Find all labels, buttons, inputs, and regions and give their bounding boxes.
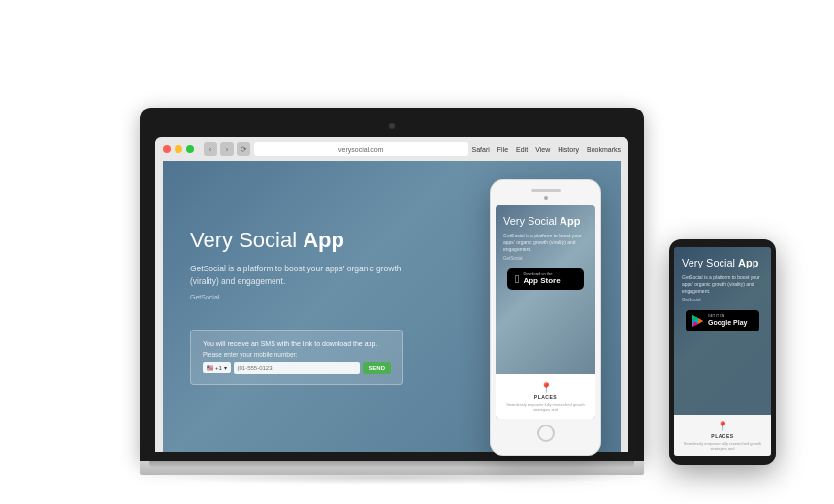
menu-view[interactable]: View (535, 146, 550, 153)
browser-menu: Safari File Edit View History Bookmarks (472, 146, 621, 153)
front-camera (544, 196, 548, 200)
phone-white-screen-content: Very Social App GetSocial is a platform … (496, 205, 595, 374)
menu-edit[interactable]: Edit (516, 146, 528, 153)
location-icon-dark: 📍 (717, 421, 728, 431)
url-bar[interactable]: verysocial.com (254, 142, 468, 156)
flag-icon: 🇺🇸 (207, 364, 213, 371)
places-desc-white: Seamlessly empower fully researched grow… (503, 402, 588, 413)
phone-white-brand: GetSocial (503, 256, 588, 261)
home-button[interactable] (537, 425, 555, 442)
laptop-hinge (149, 461, 634, 467)
phone-white-title: Very Social App (503, 215, 588, 228)
country-code: +1 ▾ (215, 364, 227, 371)
places-label-dark: PLACES (711, 433, 733, 439)
app-store-button[interactable]:  Download on the App Store (507, 268, 584, 290)
phone-white-bottom: 📍 PLACES Seamlessly empower fully resear… (496, 374, 595, 419)
send-button[interactable]: SEND (363, 362, 391, 374)
browser-nav: ‹ › ⟳ (204, 142, 250, 156)
phone-input-field[interactable]: (01-555-0123 (234, 362, 361, 374)
app-store-text: Download on the App Store (523, 272, 560, 286)
laptop-camera (389, 123, 395, 129)
maximize-btn[interactable] (186, 145, 194, 153)
sms-box: You will receive an SMS with the link to… (190, 330, 403, 385)
location-icon: 📍 (540, 382, 552, 393)
phone-white: Very Social App GetSocial is a platform … (490, 179, 601, 456)
phone-dark-desc: GetSocial is a platform to boost your ap… (682, 274, 763, 295)
sms-input-row: 🇺🇸 +1 ▾ (01-555-0123 SEND (203, 362, 391, 374)
menu-safari[interactable]: Safari (472, 146, 490, 153)
phone-white-body: Very Social App GetSocial is a platform … (490, 179, 601, 456)
places-desc-dark: Seamlessly empower fully researched grow… (680, 441, 765, 452)
refresh-btn[interactable]: ⟳ (237, 142, 250, 156)
phone-white-screen: Very Social App GetSocial is a platform … (496, 205, 595, 419)
phone-white-title-bold: App (560, 215, 580, 227)
url-text: verysocial.com (338, 146, 383, 153)
menu-file[interactable]: File (497, 146, 508, 153)
menu-history[interactable]: History (558, 146, 579, 153)
site-title-normal: Very Social (190, 228, 297, 252)
phone-white-title-normal: Very Social (503, 215, 557, 227)
scene: ‹ › ⟳ verysocial.com Safari File Edit Vi… (0, 0, 834, 504)
phone-white-desc: GetSocial is a platform to boost your ap… (503, 233, 588, 253)
traffic-lights (163, 145, 194, 153)
apple-icon:  (515, 273, 519, 285)
places-label-white: PLACES (534, 394, 557, 400)
sms-label: Please enter your mobile number: (203, 351, 391, 358)
laptop-base (140, 461, 644, 475)
minimize-btn[interactable] (175, 145, 182, 153)
forward-btn[interactable]: › (220, 142, 234, 156)
sms-title: You will receive an SMS with the link to… (203, 340, 391, 347)
svg-marker-3 (698, 318, 703, 324)
close-btn[interactable] (163, 145, 171, 153)
country-selector[interactable]: 🇺🇸 +1 ▾ (203, 362, 231, 373)
phone-dark-screen-content: Very Social App GetSocial is a platform … (674, 247, 771, 415)
phone-dark-title-bold: App (738, 257, 758, 268)
phone-dark-brand: GetSocial (682, 298, 763, 302)
phone-dark-bottom: 📍 PLACES Seamlessly empower fully resear… (674, 415, 771, 456)
phone-dark: Very Social App GetSocial is a platform … (669, 239, 776, 465)
google-play-button[interactable]: GET IT ON Google Play (686, 310, 759, 331)
menu-bookmarks[interactable]: Bookmarks (587, 146, 621, 153)
phone-dark-screen: Very Social App GetSocial is a platform … (674, 247, 771, 456)
google-play-icon (691, 314, 705, 328)
phone-dark-body: Very Social App GetSocial is a platform … (669, 239, 776, 465)
site-title-bold: App (303, 228, 344, 252)
phone-speaker (531, 189, 561, 192)
app-store-name: App Store (523, 276, 560, 286)
site-desc: GetSocial is a platform to boost your ap… (190, 263, 403, 288)
browser-toolbar: ‹ › ⟳ verysocial.com Safari File Edit Vi… (163, 142, 621, 156)
back-btn[interactable]: ‹ (204, 142, 217, 156)
phone-dark-title: Very Social App (682, 257, 763, 269)
google-play-text: GET IT ON Google Play (708, 315, 747, 327)
phone-placeholder: (01-555-0123 (238, 365, 273, 371)
gplay-name: Google Play (708, 319, 747, 327)
phone-dark-title-normal: Very Social (682, 257, 735, 268)
